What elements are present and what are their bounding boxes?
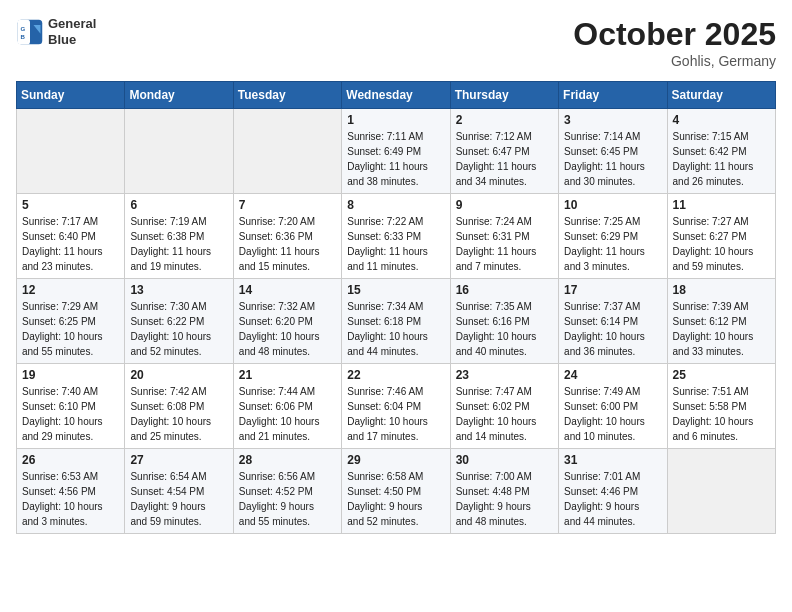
calendar-cell: 28Sunrise: 6:56 AMSunset: 4:52 PMDayligh… — [233, 449, 341, 534]
logo: G B General Blue — [16, 16, 96, 47]
day-number: 29 — [347, 453, 444, 467]
day-number: 10 — [564, 198, 661, 212]
day-number: 16 — [456, 283, 553, 297]
day-number: 14 — [239, 283, 336, 297]
weekday-header-tuesday: Tuesday — [233, 82, 341, 109]
day-info: Sunrise: 7:17 AMSunset: 6:40 PMDaylight:… — [22, 214, 119, 274]
calendar-cell — [233, 109, 341, 194]
calendar-cell: 2Sunrise: 7:12 AMSunset: 6:47 PMDaylight… — [450, 109, 558, 194]
calendar-cell: 17Sunrise: 7:37 AMSunset: 6:14 PMDayligh… — [559, 279, 667, 364]
day-info: Sunrise: 6:53 AMSunset: 4:56 PMDaylight:… — [22, 469, 119, 529]
day-info: Sunrise: 7:37 AMSunset: 6:14 PMDaylight:… — [564, 299, 661, 359]
day-info: Sunrise: 7:14 AMSunset: 6:45 PMDaylight:… — [564, 129, 661, 189]
day-info: Sunrise: 7:01 AMSunset: 4:46 PMDaylight:… — [564, 469, 661, 529]
day-number: 13 — [130, 283, 227, 297]
calendar-cell: 24Sunrise: 7:49 AMSunset: 6:00 PMDayligh… — [559, 364, 667, 449]
svg-text:G: G — [20, 25, 25, 32]
calendar-week-row: 19Sunrise: 7:40 AMSunset: 6:10 PMDayligh… — [17, 364, 776, 449]
day-info: Sunrise: 7:35 AMSunset: 6:16 PMDaylight:… — [456, 299, 553, 359]
calendar-cell: 30Sunrise: 7:00 AMSunset: 4:48 PMDayligh… — [450, 449, 558, 534]
calendar-cell — [667, 449, 775, 534]
weekday-header-sunday: Sunday — [17, 82, 125, 109]
day-number: 3 — [564, 113, 661, 127]
day-info: Sunrise: 7:51 AMSunset: 5:58 PMDaylight:… — [673, 384, 770, 444]
day-info: Sunrise: 7:30 AMSunset: 6:22 PMDaylight:… — [130, 299, 227, 359]
day-info: Sunrise: 7:20 AMSunset: 6:36 PMDaylight:… — [239, 214, 336, 274]
day-info: Sunrise: 7:11 AMSunset: 6:49 PMDaylight:… — [347, 129, 444, 189]
calendar-cell: 18Sunrise: 7:39 AMSunset: 6:12 PMDayligh… — [667, 279, 775, 364]
day-info: Sunrise: 7:44 AMSunset: 6:06 PMDaylight:… — [239, 384, 336, 444]
calendar-cell: 25Sunrise: 7:51 AMSunset: 5:58 PMDayligh… — [667, 364, 775, 449]
day-number: 9 — [456, 198, 553, 212]
day-number: 7 — [239, 198, 336, 212]
calendar-cell: 15Sunrise: 7:34 AMSunset: 6:18 PMDayligh… — [342, 279, 450, 364]
calendar-cell: 4Sunrise: 7:15 AMSunset: 6:42 PMDaylight… — [667, 109, 775, 194]
title-block: October 2025 Gohlis, Germany — [573, 16, 776, 69]
calendar-cell: 29Sunrise: 6:58 AMSunset: 4:50 PMDayligh… — [342, 449, 450, 534]
calendar-cell: 11Sunrise: 7:27 AMSunset: 6:27 PMDayligh… — [667, 194, 775, 279]
day-info: Sunrise: 7:46 AMSunset: 6:04 PMDaylight:… — [347, 384, 444, 444]
day-info: Sunrise: 7:12 AMSunset: 6:47 PMDaylight:… — [456, 129, 553, 189]
day-info: Sunrise: 7:32 AMSunset: 6:20 PMDaylight:… — [239, 299, 336, 359]
day-number: 2 — [456, 113, 553, 127]
calendar-cell: 22Sunrise: 7:46 AMSunset: 6:04 PMDayligh… — [342, 364, 450, 449]
calendar-cell: 20Sunrise: 7:42 AMSunset: 6:08 PMDayligh… — [125, 364, 233, 449]
day-info: Sunrise: 7:22 AMSunset: 6:33 PMDaylight:… — [347, 214, 444, 274]
calendar-cell: 19Sunrise: 7:40 AMSunset: 6:10 PMDayligh… — [17, 364, 125, 449]
day-number: 11 — [673, 198, 770, 212]
calendar-cell: 13Sunrise: 7:30 AMSunset: 6:22 PMDayligh… — [125, 279, 233, 364]
day-number: 1 — [347, 113, 444, 127]
day-number: 22 — [347, 368, 444, 382]
calendar-cell — [125, 109, 233, 194]
page-header: G B General Blue October 2025 Gohlis, Ge… — [16, 16, 776, 69]
day-number: 27 — [130, 453, 227, 467]
calendar-cell: 12Sunrise: 7:29 AMSunset: 6:25 PMDayligh… — [17, 279, 125, 364]
day-info: Sunrise: 6:54 AMSunset: 4:54 PMDaylight:… — [130, 469, 227, 529]
day-info: Sunrise: 7:42 AMSunset: 6:08 PMDaylight:… — [130, 384, 227, 444]
day-number: 6 — [130, 198, 227, 212]
calendar-cell: 23Sunrise: 7:47 AMSunset: 6:02 PMDayligh… — [450, 364, 558, 449]
day-info: Sunrise: 7:47 AMSunset: 6:02 PMDaylight:… — [456, 384, 553, 444]
calendar-cell: 21Sunrise: 7:44 AMSunset: 6:06 PMDayligh… — [233, 364, 341, 449]
day-info: Sunrise: 7:27 AMSunset: 6:27 PMDaylight:… — [673, 214, 770, 274]
day-number: 25 — [673, 368, 770, 382]
day-number: 20 — [130, 368, 227, 382]
day-number: 4 — [673, 113, 770, 127]
svg-text:B: B — [20, 33, 25, 40]
calendar-cell: 7Sunrise: 7:20 AMSunset: 6:36 PMDaylight… — [233, 194, 341, 279]
calendar-cell — [17, 109, 125, 194]
calendar-cell: 9Sunrise: 7:24 AMSunset: 6:31 PMDaylight… — [450, 194, 558, 279]
calendar-cell: 3Sunrise: 7:14 AMSunset: 6:45 PMDaylight… — [559, 109, 667, 194]
calendar-cell: 31Sunrise: 7:01 AMSunset: 4:46 PMDayligh… — [559, 449, 667, 534]
month-title: October 2025 — [573, 16, 776, 53]
day-number: 28 — [239, 453, 336, 467]
day-number: 5 — [22, 198, 119, 212]
calendar-cell: 14Sunrise: 7:32 AMSunset: 6:20 PMDayligh… — [233, 279, 341, 364]
day-number: 19 — [22, 368, 119, 382]
day-info: Sunrise: 7:24 AMSunset: 6:31 PMDaylight:… — [456, 214, 553, 274]
day-info: Sunrise: 7:34 AMSunset: 6:18 PMDaylight:… — [347, 299, 444, 359]
weekday-header-thursday: Thursday — [450, 82, 558, 109]
day-number: 12 — [22, 283, 119, 297]
weekday-header-monday: Monday — [125, 82, 233, 109]
day-info: Sunrise: 6:58 AMSunset: 4:50 PMDaylight:… — [347, 469, 444, 529]
day-number: 26 — [22, 453, 119, 467]
day-info: Sunrise: 6:56 AMSunset: 4:52 PMDaylight:… — [239, 469, 336, 529]
day-number: 30 — [456, 453, 553, 467]
day-number: 15 — [347, 283, 444, 297]
day-number: 21 — [239, 368, 336, 382]
calendar-week-row: 26Sunrise: 6:53 AMSunset: 4:56 PMDayligh… — [17, 449, 776, 534]
day-number: 17 — [564, 283, 661, 297]
day-info: Sunrise: 7:25 AMSunset: 6:29 PMDaylight:… — [564, 214, 661, 274]
day-info: Sunrise: 7:19 AMSunset: 6:38 PMDaylight:… — [130, 214, 227, 274]
calendar-cell: 26Sunrise: 6:53 AMSunset: 4:56 PMDayligh… — [17, 449, 125, 534]
weekday-header-friday: Friday — [559, 82, 667, 109]
day-number: 24 — [564, 368, 661, 382]
day-info: Sunrise: 7:49 AMSunset: 6:00 PMDaylight:… — [564, 384, 661, 444]
weekday-header-row: SundayMondayTuesdayWednesdayThursdayFrid… — [17, 82, 776, 109]
calendar-week-row: 5Sunrise: 7:17 AMSunset: 6:40 PMDaylight… — [17, 194, 776, 279]
location: Gohlis, Germany — [573, 53, 776, 69]
calendar-table: SundayMondayTuesdayWednesdayThursdayFrid… — [16, 81, 776, 534]
logo-icon: G B — [16, 18, 44, 46]
calendar-cell: 1Sunrise: 7:11 AMSunset: 6:49 PMDaylight… — [342, 109, 450, 194]
